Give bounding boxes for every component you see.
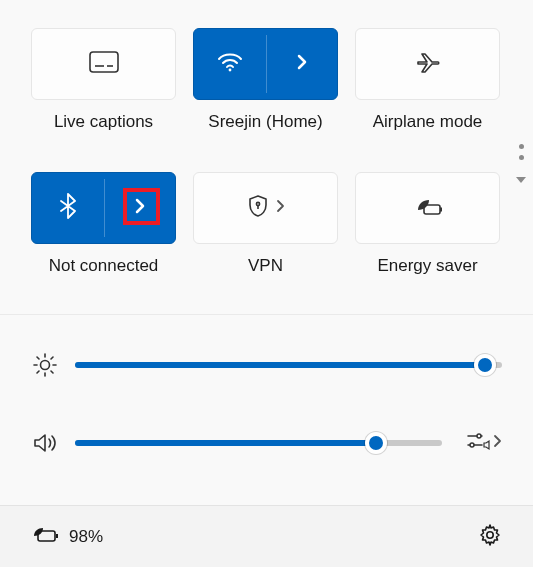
audio-mixer-icon xyxy=(466,431,490,455)
tile-group-airplane: Airplane mode xyxy=(355,28,500,132)
svg-point-8 xyxy=(41,361,50,370)
airplane-tile[interactable] xyxy=(355,28,500,100)
tile-group-bluetooth: Not connected xyxy=(31,172,176,276)
chevron-right-icon xyxy=(133,196,147,220)
svg-point-4 xyxy=(256,202,259,205)
settings-button[interactable] xyxy=(478,523,502,551)
live-captions-label: Live captions xyxy=(54,112,153,132)
battery-status[interactable]: 98% xyxy=(31,525,103,548)
chevron-right-icon xyxy=(275,199,285,217)
svg-point-18 xyxy=(477,434,481,438)
bluetooth-icon xyxy=(60,193,76,223)
audio-output-button[interactable] xyxy=(458,431,502,455)
brightness-slider[interactable] xyxy=(75,362,502,368)
chevron-right-icon xyxy=(295,52,309,76)
tile-group-energy: Energy saver xyxy=(355,172,500,276)
svg-line-13 xyxy=(37,357,39,359)
svg-point-20 xyxy=(470,443,474,447)
tile-group-wifi: Sreejin (Home) xyxy=(193,28,338,132)
leaf-battery-icon xyxy=(414,196,442,220)
vpn-tile[interactable] xyxy=(193,172,338,244)
volume-row xyxy=(31,423,502,463)
page-indicator[interactable] xyxy=(515,144,527,188)
svg-line-16 xyxy=(37,371,39,373)
bluetooth-toggle[interactable] xyxy=(32,173,104,243)
quick-settings-panel: Live captions xyxy=(0,0,533,276)
wifi-toggle[interactable] xyxy=(194,29,266,99)
sliders-section xyxy=(0,314,533,487)
caret-down-icon xyxy=(515,170,527,188)
bluetooth-expand-button[interactable] xyxy=(104,173,175,243)
bluetooth-tile[interactable] xyxy=(31,172,176,244)
battery-text: 98% xyxy=(69,527,103,547)
svg-marker-7 xyxy=(516,177,526,183)
vpn-label: VPN xyxy=(248,256,283,276)
page-dot xyxy=(519,144,524,149)
svg-point-23 xyxy=(487,531,493,537)
airplane-icon xyxy=(415,51,441,77)
page-dot xyxy=(519,155,524,160)
live-captions-tile[interactable] xyxy=(31,28,176,100)
svg-line-15 xyxy=(51,357,53,359)
airplane-label: Airplane mode xyxy=(373,112,483,132)
svg-point-3 xyxy=(229,69,232,72)
tile-group-live-captions: Live captions xyxy=(31,28,176,132)
wifi-tile[interactable] xyxy=(193,28,338,100)
speaker-icon xyxy=(31,432,59,454)
shield-lock-icon xyxy=(247,194,269,222)
volume-slider[interactable] xyxy=(75,440,442,446)
brightness-thumb[interactable] xyxy=(474,354,496,376)
brightness-row xyxy=(31,345,502,385)
wifi-label: Sreejin (Home) xyxy=(208,112,322,132)
wifi-expand-button[interactable] xyxy=(266,29,337,99)
tile-group-vpn: VPN xyxy=(193,172,338,276)
battery-icon xyxy=(31,525,59,548)
svg-line-14 xyxy=(51,371,53,373)
gear-icon xyxy=(478,533,502,550)
wifi-icon xyxy=(217,52,243,76)
bluetooth-label: Not connected xyxy=(49,256,159,276)
svg-rect-0 xyxy=(90,52,118,72)
captions-icon xyxy=(89,51,119,77)
volume-thumb[interactable] xyxy=(365,432,387,454)
footer-bar: 98% xyxy=(0,505,533,567)
tiles-grid: Live captions xyxy=(31,28,502,276)
brightness-icon xyxy=(31,352,59,378)
energy-saver-tile[interactable] xyxy=(355,172,500,244)
chevron-right-icon xyxy=(492,434,502,452)
energy-label: Energy saver xyxy=(377,256,477,276)
